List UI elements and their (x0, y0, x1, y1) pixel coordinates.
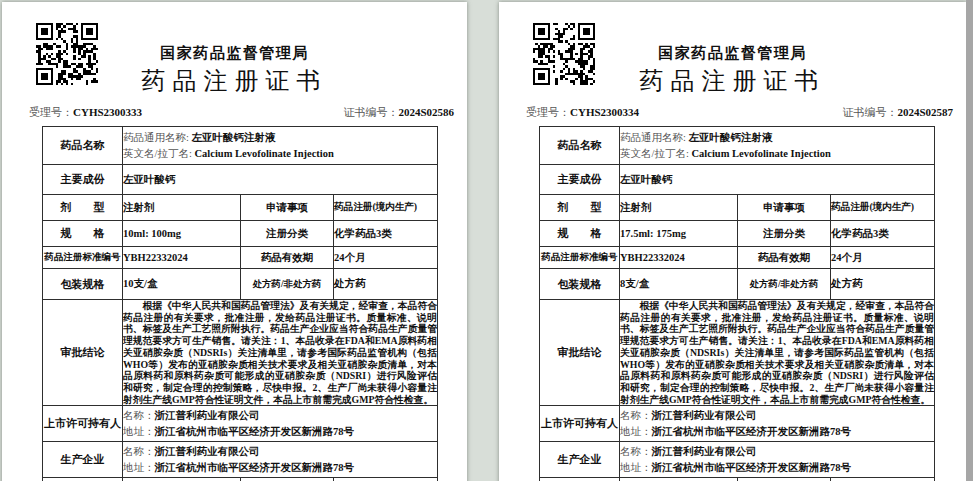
field-label: 规 格 (43, 221, 123, 247)
field-label: 主要成份 (540, 165, 620, 195)
field-value: 药品通用名称: 左亚叶酸钙注射液 英文名/拉丁名: Calcium Levofo… (620, 127, 935, 165)
table-row: 审批结论 根据《中华人民共和国药品管理法》及有关规定，经审查，本品符合药品注册的… (43, 300, 438, 406)
field-value: YBH22332024 (123, 247, 241, 269)
field-label: 审批结论 (540, 300, 620, 406)
table-row: 剂 型 注射剂 申请事项 药品注册(境内生产) (540, 195, 935, 221)
table-row: 药品名称 药品通用名称: 左亚叶酸钙注射液 英文名/拉丁名: Calcium L… (540, 127, 935, 165)
field-label: 申请事项 (738, 195, 831, 221)
authority-title: 国家药品监督管理局 (499, 44, 966, 62)
field-label: 处方药/非处方药 (738, 269, 831, 300)
field-value: 注射剂 (123, 195, 241, 221)
meta-row: 受理号：CYHS2300334 证书编号：2024S02587 (526, 105, 953, 119)
table-row: 审批结论 根据《中华人民共和国药品管理法》及有关规定，经审查，本品符合药品注册的… (540, 300, 935, 406)
field-value: 处方药 (334, 269, 438, 300)
field-label: 注册分类 (738, 221, 831, 247)
field-value: 药品注册(境内生产) (831, 195, 935, 221)
certificate-title: 药品注册证书 (2, 66, 467, 96)
field-label: 主要成份 (43, 165, 123, 195)
field-value: 名称：浙江普利药业有限公司 地址：浙江省杭州市临平区经济开发区新洲路78号 (123, 406, 438, 442)
table-row: 主要成份 左亚叶酸钙 (540, 165, 935, 195)
field-label: 药品注册标准编号 (43, 247, 123, 269)
meta-row: 受理号：CYHS2300333 证书编号：2024S02586 (29, 105, 454, 119)
field-value: 左亚叶酸钙 (620, 165, 935, 195)
field-value: 名称：浙江普利药业有限公司 地址：浙江省杭州市临平区经济开发区新洲路78号 (123, 442, 438, 478)
field-value: 8支/盒 (620, 269, 738, 300)
field-label: 申请事项 (241, 195, 334, 221)
table-row: 主要成份 左亚叶酸钙 (43, 165, 438, 195)
field-value: YBH22332024 (620, 247, 738, 269)
table-row: 生产企业 名称：浙江普利药业有限公司 地址：浙江省杭州市临平区经济开发区新洲路7… (43, 442, 438, 478)
table-row: 生产企业 名称：浙江普利药业有限公司 地址：浙江省杭州市临平区经济开发区新洲路7… (540, 442, 935, 478)
field-label: 审批结论 (43, 300, 123, 406)
certificate-title: 药品注册证书 (499, 66, 966, 96)
field-value: 24个月 (831, 247, 935, 269)
table-row: 药品名称 药品通用名称: 左亚叶酸钙注射液 英文名/拉丁名: Calcium L… (43, 127, 438, 165)
field-value: 处方药 (831, 269, 935, 300)
acceptance-number: 受理号：CYHS2300334 (526, 105, 639, 119)
field-label: 生产企业 (540, 442, 620, 478)
approval-conclusion: 根据《中华人民共和国药品管理法》及有关规定，经审查，本品符合药品注册的有关要求，… (123, 300, 438, 406)
field-value: 药品通用名称: 左亚叶酸钙注射液 英文名/拉丁名: Calcium Levofo… (123, 127, 438, 165)
table-row: 药品注册标准编号 YBH22332024 药品有效期 24个月 (540, 247, 935, 269)
field-value: 名称：浙江普利药业有限公司 地址：浙江省杭州市临平区经济开发区新洲路78号 (620, 406, 935, 442)
table-row: 上市许可持有人 名称：浙江普利药业有限公司 地址：浙江省杭州市临平区经济开发区新… (43, 406, 438, 442)
certificate-page-1: 国家药品监督管理局 药品注册证书 受理号：CYHS2300333 证书编号：20… (2, 2, 467, 481)
field-label: 剂 型 (43, 195, 123, 221)
field-label: 包装规格 (43, 269, 123, 300)
field-label: 生产企业 (43, 442, 123, 478)
approval-conclusion: 根据《中华人民共和国药品管理法》及有关规定，经审查，本品符合药品注册的有关要求，… (620, 300, 935, 406)
field-value: 化学药品3类 (831, 221, 935, 247)
field-label: 药品名称 (43, 127, 123, 165)
field-label: 药品名称 (540, 127, 620, 165)
field-label: 规 格 (540, 221, 620, 247)
field-value: 10ml: 100mg (123, 221, 241, 247)
table-row: 上市许可持有人 名称：浙江普利药业有限公司 地址：浙江省杭州市临平区经济开发区新… (540, 406, 935, 442)
field-label: 包装规格 (540, 269, 620, 300)
field-label: 处方药/非处方药 (241, 269, 334, 300)
field-label: 上市许可持有人 (540, 406, 620, 442)
field-value: 左亚叶酸钙 (123, 165, 438, 195)
table-row: 剂 型 注射剂 申请事项 药品注册(境内生产) (43, 195, 438, 221)
field-value: 24个月 (334, 247, 438, 269)
table-row: 药品注册标准编号 YBH22332024 药品有效期 24个月 (43, 247, 438, 269)
field-label: 剂 型 (540, 195, 620, 221)
field-value: 17.5ml: 175mg (620, 221, 738, 247)
field-label: 上市许可持有人 (43, 406, 123, 442)
field-label: 药品有效期 (241, 247, 334, 269)
certificate-number: 证书编号：2024S02587 (842, 105, 953, 119)
field-value: 10支/盒 (123, 269, 241, 300)
field-label: 药品有效期 (738, 247, 831, 269)
table-row: 规 格 17.5ml: 175mg 注册分类 化学药品3类 (540, 221, 935, 247)
authority-title: 国家药品监督管理局 (2, 44, 467, 62)
certificate-table: 药品名称 药品通用名称: 左亚叶酸钙注射液 英文名/拉丁名: Calcium L… (539, 126, 935, 481)
field-value: 化学药品3类 (334, 221, 438, 247)
table-row: 包装规格 10支/盒 处方药/非处方药 处方药 (43, 269, 438, 300)
certificate-number: 证书编号：2024S02586 (343, 105, 454, 119)
acceptance-number: 受理号：CYHS2300333 (29, 105, 142, 119)
table-row: 规 格 10ml: 100mg 注册分类 化学药品3类 (43, 221, 438, 247)
field-value: 注射剂 (620, 195, 738, 221)
vertical-scrollbar[interactable] (966, 0, 973, 481)
table-row: 包装规格 8支/盒 处方药/非处方药 处方药 (540, 269, 935, 300)
field-label: 药品注册标准编号 (540, 247, 620, 269)
certificate-page-2: 国家药品监督管理局 药品注册证书 受理号：CYHS2300334 证书编号：20… (499, 2, 966, 481)
field-label: 注册分类 (241, 221, 334, 247)
certificate-table: 药品名称 药品通用名称: 左亚叶酸钙注射液 英文名/拉丁名: Calcium L… (42, 126, 438, 481)
field-value: 名称：浙江普利药业有限公司 地址：浙江省杭州市临平区经济开发区新洲路78号 (620, 442, 935, 478)
field-value: 药品注册(境内生产) (334, 195, 438, 221)
